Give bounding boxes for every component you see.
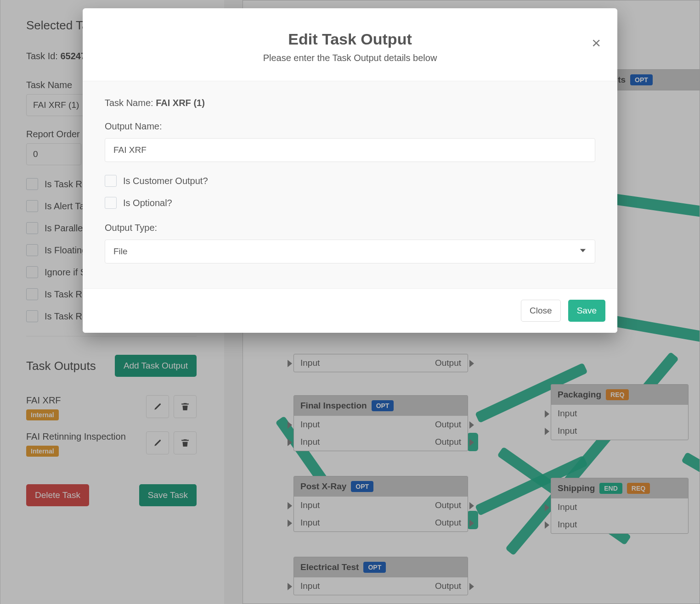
- output-name-label: Output Name:: [105, 121, 595, 132]
- output-type-label: Output Type:: [105, 223, 595, 233]
- save-button[interactable]: Save: [568, 300, 605, 322]
- dialog-title: Edit Task Output: [96, 30, 604, 48]
- output-name-input[interactable]: [105, 138, 595, 162]
- is-customer-output-checkbox[interactable]: [105, 175, 117, 187]
- edit-task-output-dialog: Edit Task Output Please enter the Task O…: [83, 8, 617, 333]
- dialog-subtitle: Please enter the Task Output details bel…: [96, 53, 604, 63]
- is-optional-label: Is Optional?: [123, 198, 172, 208]
- is-optional-checkbox[interactable]: [105, 197, 117, 209]
- task-name-value: FAI XRF (1): [156, 98, 205, 108]
- output-type-select[interactable]: [105, 240, 595, 263]
- is-customer-output-label: Is Customer Output?: [123, 176, 208, 186]
- close-button[interactable]: Close: [521, 300, 561, 322]
- task-name-line: Task Name: FAI XRF (1): [105, 98, 595, 108]
- close-icon[interactable]: ×: [592, 35, 601, 50]
- task-name-label: Task Name:: [105, 98, 153, 108]
